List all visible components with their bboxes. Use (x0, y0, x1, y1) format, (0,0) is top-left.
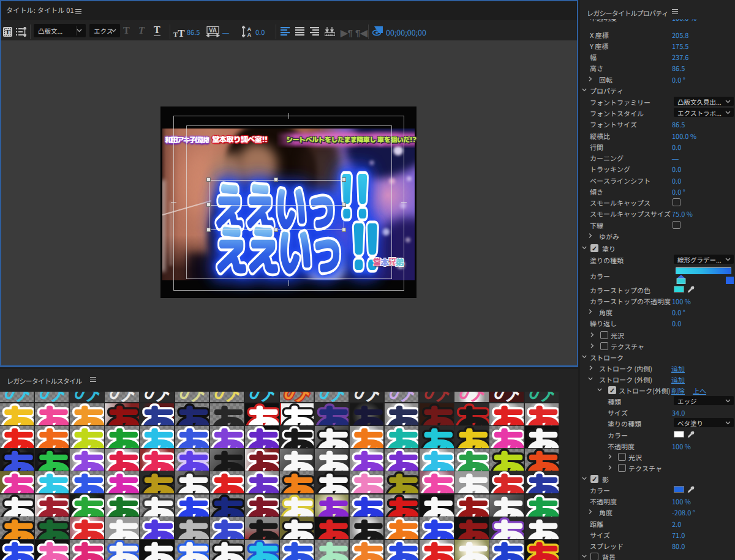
svg-text:T: T (6, 28, 10, 35)
svg-text:VA: VA (209, 27, 217, 34)
svg-text:A: A (247, 31, 252, 37)
